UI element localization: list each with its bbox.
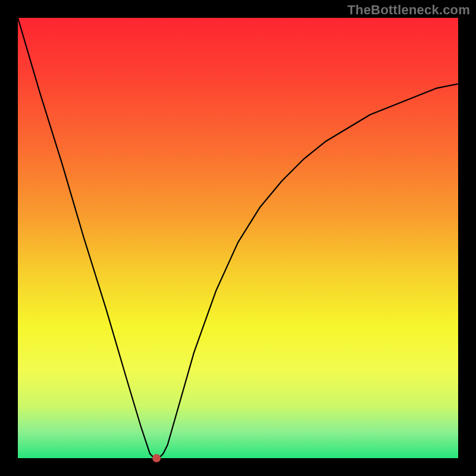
bottleneck-curve bbox=[18, 18, 458, 458]
minimum-marker-icon bbox=[152, 454, 161, 462]
chart-frame: TheBottleneck.com bbox=[0, 0, 476, 476]
watermark-text: TheBottleneck.com bbox=[347, 2, 470, 18]
bottleneck-curve-svg bbox=[18, 18, 458, 458]
